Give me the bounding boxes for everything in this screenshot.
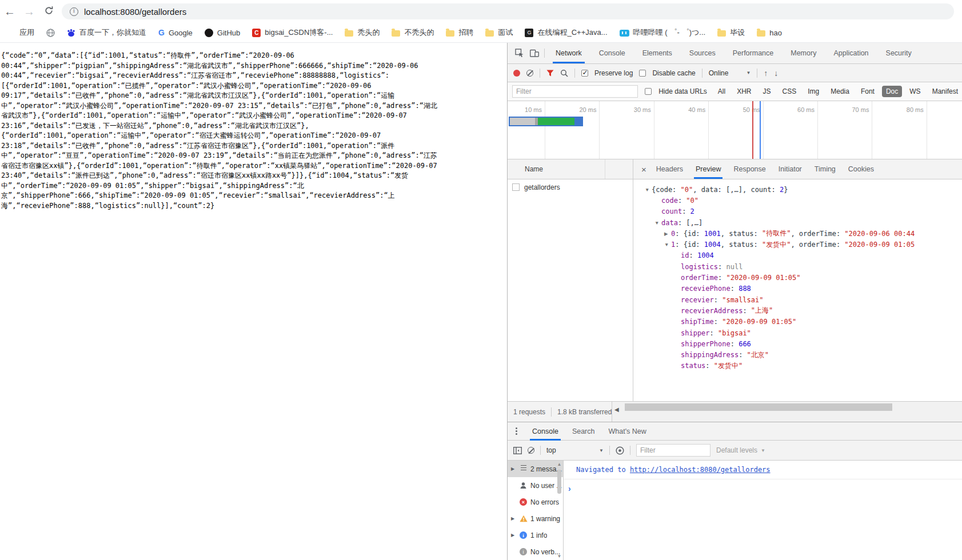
network-filter-input[interactable] <box>512 85 638 98</box>
bookmark-item[interactable]: 不秃头的 <box>392 27 434 38</box>
preview-tree-row[interactable]: shipTime: "2020-09-09 01:05" <box>633 317 962 327</box>
preserve-log-checkbox[interactable] <box>581 70 588 77</box>
filter-pill-ws[interactable]: WS <box>905 86 924 97</box>
console-sidebar-item[interactable]: ▶i1 info <box>508 527 563 543</box>
request-row[interactable]: getallorders <box>508 179 633 195</box>
console-sidebar-item[interactable]: ▶2 messa... <box>508 461 563 477</box>
device-toolbar-icon[interactable] <box>527 46 542 61</box>
detail-tab-preview[interactable]: Preview <box>689 159 727 179</box>
filter-pill-font[interactable]: Font <box>857 86 879 97</box>
detail-tab-headers[interactable]: Headers <box>650 159 689 179</box>
filter-pill-all[interactable]: All <box>714 86 729 97</box>
bookmark-item[interactable]: hao <box>757 29 782 37</box>
collapsed-arrow-icon[interactable]: ▶ <box>664 231 671 237</box>
preview-tree-row[interactable]: recevierAddress: "上海" <box>633 305 962 316</box>
preview-tree-row[interactable]: orderTime: "2020-09-09 01:05" <box>633 272 962 283</box>
bookmark-item[interactable]: 秃头的 <box>345 27 380 38</box>
bookmark-item[interactable]: G在线编程_C++Java... <box>525 27 607 38</box>
console-sidebar-item[interactable]: iNo verb... <box>508 543 563 560</box>
console-tab-search[interactable]: Search <box>565 422 602 441</box>
url-text[interactable]: localhost:8080/getallorders <box>84 7 186 17</box>
devtools-tab-performance[interactable]: Performance <box>724 43 783 63</box>
bookmark-item[interactable] <box>46 29 55 37</box>
devtools-tab-application[interactable]: Application <box>825 43 877 63</box>
import-har-icon[interactable]: ↑ <box>764 69 768 78</box>
devtools-tab-elements[interactable]: Elements <box>634 43 681 63</box>
preview-tree-row[interactable]: ▶0: {id: 1001, status: "待取件", orderTime:… <box>633 228 962 239</box>
preview-tree-row[interactable]: ▼{code: "0", data: [,…], count: 2} <box>633 184 962 195</box>
bookmark-item[interactable]: 百度一下，你就知道 <box>67 27 146 38</box>
detail-tab-timing[interactable]: Timing <box>808 159 842 179</box>
preview-tree-row[interactable]: id: 1004 <box>633 250 962 261</box>
bookmark-item[interactable]: 面试 <box>485 27 513 38</box>
console-sidebar-item[interactable]: ▶1 warning <box>508 510 563 527</box>
horizontal-scrollbar[interactable]: ◀ <box>612 401 962 422</box>
devtools-tab-console[interactable]: Console <box>590 43 634 63</box>
console-sidebar-item[interactable]: ×No errors <box>508 494 563 510</box>
hide-data-urls-checkbox[interactable] <box>645 88 652 95</box>
filter-pill-doc[interactable]: Doc <box>882 86 902 97</box>
collapsed-arrow-icon[interactable]: ▶ <box>511 533 516 538</box>
sidebar-scrollbar[interactable]: ▲ ▼ <box>556 462 562 559</box>
network-timeline[interactable]: 10 ms20 ms30 ms40 ms50 ms60 ms70 ms80 ms <box>508 101 962 159</box>
preview-tree-row[interactable]: logistics: null <box>633 261 962 272</box>
back-icon[interactable]: ← <box>0 5 19 18</box>
disable-cache-checkbox[interactable] <box>639 70 646 77</box>
filter-pill-js[interactable]: JS <box>759 86 775 97</box>
request-waterfall-bar[interactable] <box>509 117 583 126</box>
expanded-arrow-icon[interactable]: ▼ <box>664 242 671 247</box>
execution-context-select[interactable]: top ▼ <box>546 446 604 454</box>
bookmark-item[interactable]: 哔哩哔哩 ( ゜- ゜)つ... <box>620 27 706 38</box>
throttling-select[interactable]: Online <box>709 69 729 77</box>
expanded-arrow-icon[interactable]: ▼ <box>654 220 661 226</box>
chevron-down-icon[interactable]: ▼ <box>746 70 751 75</box>
detail-tab-cookies[interactable]: Cookies <box>842 159 880 179</box>
more-options-icon[interactable] <box>516 427 517 429</box>
filter-pill-media[interactable]: Media <box>827 86 853 97</box>
bookmark-item[interactable]: 应用 <box>8 27 34 38</box>
export-har-icon[interactable]: ↓ <box>774 69 778 78</box>
scroll-down-icon[interactable]: ▼ <box>556 554 562 559</box>
console-prompt[interactable]: › <box>564 479 962 493</box>
close-icon[interactable]: × <box>641 165 646 174</box>
detail-tab-response[interactable]: Response <box>727 159 772 179</box>
console-sidebar-toggle-icon[interactable] <box>513 447 522 454</box>
preview-tree-row[interactable]: status: "发货中" <box>633 361 962 371</box>
filter-pill-manifest[interactable]: Manifest <box>928 86 962 97</box>
scrollbar-thumb[interactable] <box>557 470 561 494</box>
preview-tree-row[interactable]: ▼data: [,…] <box>633 217 962 228</box>
preview-tree-row[interactable]: count: 2 <box>633 206 962 217</box>
preview-tree-row[interactable]: shipperPhone: 666 <box>633 338 962 349</box>
console-tab-what-s-new[interactable]: What's New <box>601 422 653 441</box>
bookmark-item[interactable]: 招聘 <box>446 27 473 38</box>
live-expression-eye-icon[interactable] <box>616 446 624 455</box>
devtools-tab-network[interactable]: Network <box>547 43 590 63</box>
expanded-arrow-icon[interactable]: ▼ <box>645 187 652 193</box>
preview-tree-row[interactable]: shippingAdress: "北京" <box>633 349 962 360</box>
clear-icon[interactable] <box>526 70 533 77</box>
devtools-tab-memory[interactable]: Memory <box>782 43 825 63</box>
inspect-element-icon[interactable] <box>512 46 527 61</box>
preview-tree-row[interactable]: shipper: "bigsai" <box>633 327 962 338</box>
scroll-up-icon[interactable]: ▲ <box>556 462 562 467</box>
address-bar[interactable]: localhost:8080/getallorders <box>62 3 954 19</box>
preview-tree-row[interactable]: receviePhone: 888 <box>633 283 962 294</box>
preview-tree-row[interactable]: code: "0" <box>633 195 962 206</box>
bookmark-item[interactable]: GitHub <box>205 29 240 37</box>
collapsed-arrow-icon[interactable]: ▶ <box>511 466 516 471</box>
clear-console-icon[interactable] <box>528 447 534 454</box>
filter-pill-css[interactable]: CSS <box>779 86 801 97</box>
search-icon[interactable] <box>560 69 568 77</box>
console-tab-console[interactable]: Console <box>525 422 565 441</box>
devtools-tab-sources[interactable]: Sources <box>681 43 724 63</box>
detail-tab-initiator[interactable]: Initiator <box>772 159 808 179</box>
collapsed-arrow-icon[interactable]: ▶ <box>511 516 516 521</box>
page-info-icon[interactable] <box>70 7 78 16</box>
bookmark-item[interactable]: Cbigsai_CSDN博客-... <box>252 27 333 38</box>
scrollbar-thumb[interactable] <box>625 403 892 411</box>
navigated-url-link[interactable]: http://localhost:8080/getallorders <box>630 466 771 474</box>
console-sidebar-item[interactable]: No user ... <box>508 477 563 494</box>
filter-funnel-icon[interactable] <box>546 70 554 77</box>
filter-pill-img[interactable]: Img <box>804 86 823 97</box>
devtools-tab-security[interactable]: Security <box>877 43 920 63</box>
